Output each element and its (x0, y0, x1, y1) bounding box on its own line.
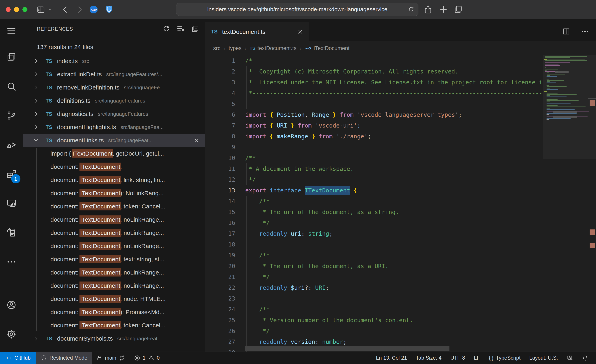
reference-result-row[interactable]: document: ITextDocument, node: HTMLE... (23, 292, 205, 305)
code-line-5[interactable]: 5 (205, 98, 543, 109)
code-line-9[interactable]: 9 (205, 142, 543, 153)
activity-references-view-icon[interactable] (0, 218, 23, 247)
tree-file-row[interactable]: TSdocumentLinks.tssrc/languageFeat... (23, 134, 205, 147)
reference-result-row[interactable]: document: ITextDocument, noLinkRange... (23, 239, 205, 253)
code-line-7[interactable]: 7import { URI } from 'vscode-uri'; (205, 120, 543, 131)
code-line-16[interactable]: 16 */ (205, 217, 543, 228)
new-tab-icon[interactable] (439, 5, 448, 14)
activity-menu-icon[interactable] (0, 19, 23, 43)
code-line-15[interactable]: 15 * The uri of the document, as a strin… (205, 207, 543, 217)
status-eol[interactable]: LF (469, 352, 484, 364)
shield-extension-icon[interactable] (104, 5, 114, 14)
reference-result-row[interactable]: document: ITextDocument, noLinkRange... (23, 266, 205, 279)
code-line-23[interactable]: 23 (205, 293, 543, 304)
code-line-4[interactable]: 4 *-------------------------------------… (205, 88, 543, 98)
chevron-right-icon[interactable] (33, 336, 39, 341)
code-line-25[interactable]: 25 * Version number of the document's co… (205, 315, 543, 326)
reference-result-row[interactable]: document: ITextDocument, token: Cancel..… (23, 200, 205, 213)
abp-extension-icon[interactable]: ABP (89, 5, 98, 15)
code-line-22[interactable]: 22 readonly $uri?: URI; (205, 282, 543, 293)
breadcrumb-item-itextdocument[interactable]: ITextDocument (305, 45, 350, 52)
reference-result-row[interactable]: document: ITextDocument, text: string, s… (23, 253, 205, 266)
split-editor-icon[interactable] (562, 27, 570, 36)
status-cursor-position[interactable]: Ln 13, Col 21 (372, 352, 411, 364)
code-line-3[interactable]: 3 * Licensed under the MIT License. See … (205, 77, 543, 88)
code-line-14[interactable]: 14 /** (205, 196, 543, 207)
status-branch[interactable]: main (92, 352, 129, 364)
reference-result-row[interactable]: document: ITextDocument, link: string, l… (23, 173, 205, 187)
breadcrumb-item-types[interactable]: types (229, 45, 242, 52)
tree-file-row[interactable]: TSdiagnostics.tssrc/languageFeatures (23, 107, 205, 120)
code-line-10[interactable]: 10/** (205, 153, 543, 163)
activity-account-icon[interactable] (0, 290, 23, 319)
tree-file-row[interactable]: TSdocumentSymbols.tssrc/languageFeat... (23, 332, 205, 345)
status-notifications[interactable] (578, 352, 593, 364)
code-line-1[interactable]: 1/*-------------------------------------… (205, 55, 543, 66)
activity-run-debug-icon[interactable] (0, 130, 23, 159)
tree-file-row[interactable]: TSextractLinkDef.tssrc/languageFeatures/… (23, 68, 205, 81)
activity-extensions-icon[interactable]: 1 (0, 159, 23, 189)
more-actions-icon[interactable] (581, 27, 589, 36)
breadcrumb-item-textdocument-ts[interactable]: TStextDocument.ts (250, 45, 297, 52)
chevron-right-icon[interactable] (33, 85, 39, 90)
forward-icon[interactable] (75, 5, 84, 14)
chevron-down-icon[interactable] (48, 7, 52, 12)
code-line-18[interactable]: 18 (205, 239, 543, 250)
status-problems[interactable]: 10 (130, 352, 164, 364)
code-line-21[interactable]: 21 */ (205, 272, 543, 282)
code-line-12[interactable]: 12 */ (205, 174, 543, 185)
close-window-button[interactable] (6, 7, 11, 12)
share-icon[interactable] (423, 4, 433, 15)
status-keyboard-layout[interactable]: Layout: U.S. (525, 352, 562, 364)
chevron-right-icon[interactable] (33, 124, 39, 130)
tree-file-row[interactable]: TSdocumentHighlights.tssrc/languageFea..… (23, 120, 205, 134)
minimize-window-button[interactable] (14, 7, 19, 12)
tabs-overview-icon[interactable] (453, 5, 463, 14)
activity-explorer-icon[interactable] (0, 43, 23, 72)
status-encoding[interactable]: UTF-8 (446, 352, 469, 364)
activity-remote-explorer-icon[interactable] (0, 189, 23, 218)
back-icon[interactable] (61, 5, 70, 14)
code-line-19[interactable]: 19 /** (205, 250, 543, 261)
chevron-right-icon[interactable] (33, 58, 39, 64)
code-line-20[interactable]: 20 * The uri of the document, as a URI. (205, 261, 543, 272)
tree-file-row[interactable]: TSdefinitions.tssrc/languageFeatures (23, 94, 205, 107)
status-remote[interactable]: GitHub (0, 352, 36, 364)
reference-result-row[interactable]: document: ITextDocument): NoLinkRang... (23, 187, 205, 200)
code-line-8[interactable]: 8import { makeRange } from './range'; (205, 131, 543, 142)
tab-textdocument[interactable]: TS textDocument.ts (205, 22, 309, 41)
breadcrumb-item-src[interactable]: src (213, 45, 220, 52)
sidebar-toggle-icon[interactable] (37, 5, 45, 14)
address-bar[interactable]: insiders.vscode.dev/github/microsoft/vsc… (176, 3, 418, 16)
clear-results-icon[interactable] (177, 25, 185, 33)
activity-more-views-icon[interactable] (0, 247, 23, 276)
tree-file-row[interactable]: TSindex.tssrc (23, 54, 205, 68)
dismiss-icon[interactable] (194, 137, 199, 143)
code-line-27[interactable]: 27 readonly version: number; (205, 336, 543, 347)
minimap-viewport[interactable] (543, 55, 596, 159)
zoom-window-button[interactable] (22, 7, 27, 12)
close-tab-icon[interactable] (297, 29, 304, 35)
reference-result-row[interactable]: import { ITextDocument, getDocUri, getLi… (23, 147, 205, 160)
activity-settings-gear-icon[interactable] (0, 319, 23, 349)
reference-result-row[interactable]: document: ITextDocument, noLinkRange... (23, 279, 205, 292)
activity-search-icon[interactable] (0, 72, 23, 101)
code-line-17[interactable]: 17 readonly uri: string; (205, 228, 543, 239)
chevron-down-icon[interactable] (33, 138, 39, 143)
code-line-24[interactable]: 24 /** (205, 304, 543, 315)
code-line-2[interactable]: 2 * Copyright (c) Microsoft Corporation.… (205, 66, 543, 77)
horizontal-scrollbar[interactable] (245, 346, 449, 351)
reference-result-row[interactable]: document: ITextDocument): Promise<Md... (23, 305, 205, 319)
status-feedback[interactable] (562, 352, 578, 364)
collapse-all-icon[interactable] (191, 25, 199, 33)
chevron-right-icon[interactable] (33, 111, 39, 117)
reference-result-row[interactable]: document: ITextDocument, noLinkRange... (23, 213, 205, 226)
refresh-icon[interactable] (162, 25, 171, 33)
code-line-13[interactable]: 13export interface ITextDocument { (205, 185, 543, 196)
code-editor[interactable]: 1/*-------------------------------------… (205, 55, 543, 352)
status-indentation[interactable]: Tab Size: 4 (411, 352, 446, 364)
code-line-6[interactable]: 6import { Position, Range } from 'vscode… (205, 109, 543, 120)
status-language-mode[interactable]: { }TypeScript (484, 352, 525, 364)
code-line-11[interactable]: 11 * A document in the workspace. (205, 163, 543, 174)
reference-result-row[interactable]: document: ITextDocument, (23, 160, 205, 173)
